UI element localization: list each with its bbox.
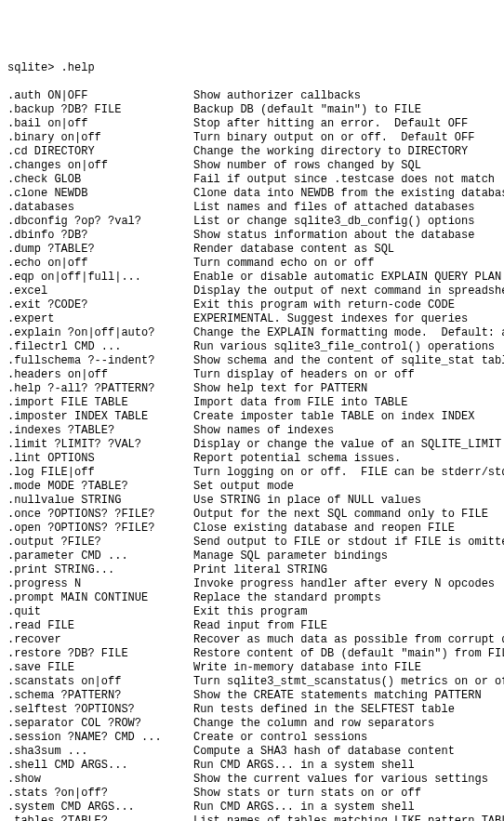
help-description: Fail if output since .testcase does not … — [193, 173, 497, 187]
help-description: Show authorizer callbacks — [193, 89, 497, 103]
help-description: Set output mode — [193, 480, 497, 494]
help-line: .auth ON|OFFShow authorizer callbacks — [7, 89, 497, 103]
help-line: .databasesList names and files of attach… — [7, 201, 497, 215]
help-command: .bail on|off — [7, 117, 193, 131]
help-line: .save FILEWrite in-memory database into … — [7, 661, 497, 675]
help-command: .check GLOB — [7, 173, 193, 187]
help-description: Run CMD ARGS... in a system shell — [193, 801, 497, 814]
help-description: Show number of rows changed by SQL — [193, 159, 497, 173]
help-description: Show help text for PATTERN — [193, 382, 497, 396]
help-description: Output for the next SQL command only to … — [193, 508, 497, 522]
help-command: .changes on|off — [7, 159, 193, 173]
help-description: Create imposter table TABLE on index IND… — [193, 410, 497, 424]
help-command: .mode MODE ?TABLE? — [7, 480, 193, 494]
help-line: .lint OPTIONSReport potential schema iss… — [7, 452, 497, 466]
help-command: .session ?NAME? CMD ... — [7, 731, 193, 745]
help-line: .binary on|offTurn binary output on or o… — [7, 131, 497, 145]
help-command: .fullschema ?--indent? — [7, 354, 193, 368]
help-description: Restore content of DB (default "main") f… — [193, 647, 504, 661]
help-line: .scanstats on|offTurn sqlite3_stmt_scans… — [7, 675, 497, 689]
help-line: .headers on|offTurn display of headers o… — [7, 368, 497, 382]
help-command: .shell CMD ARGS... — [7, 759, 193, 773]
help-description: Close existing database and reopen FILE — [193, 522, 497, 536]
help-description: Recover as much data as possible from co… — [193, 633, 504, 647]
help-line: .quitExit this program — [7, 605, 497, 619]
help-description: Turn sqlite3_stmt_scanstatus() metrics o… — [193, 675, 504, 689]
help-command: .save FILE — [7, 661, 193, 675]
help-description: Turn display of headers on or off — [193, 368, 497, 382]
help-description: List names of tables matching LIKE patte… — [193, 814, 504, 821]
help-description: Display or change the value of an SQLITE… — [193, 438, 501, 452]
help-command: .filectrl CMD ... — [7, 340, 193, 354]
help-line: .echo on|offTurn command echo on or off — [7, 257, 497, 271]
help-command: .expert — [7, 312, 193, 326]
help-command: .excel — [7, 285, 193, 298]
help-line: .session ?NAME? CMD ...Create or control… — [7, 731, 497, 745]
help-line: .indexes ?TABLE?Show names of indexes — [7, 424, 497, 438]
help-description: EXPERIMENTAL. Suggest indexes for querie… — [193, 312, 497, 326]
help-line: .clone NEWDBClone data into NEWDB from t… — [7, 187, 497, 201]
help-description: Print literal STRING — [193, 563, 497, 577]
help-description: Stop after hitting an error. Default OFF — [193, 117, 497, 131]
help-description: Change the EXPLAIN formatting mode. Defa… — [193, 326, 504, 340]
help-description: Display the output of next command in sp… — [193, 285, 504, 298]
help-command: .separator COL ?ROW? — [7, 717, 193, 731]
help-line: .eqp on|off|full|...Enable or disable au… — [7, 271, 497, 285]
help-command: .sha3sum ... — [7, 745, 193, 759]
help-command: .echo on|off — [7, 257, 193, 271]
help-description: Manage SQL parameter bindings — [193, 550, 497, 563]
help-description: Show names of indexes — [193, 424, 497, 438]
help-description: Turn command echo on or off — [193, 257, 497, 271]
help-command: .nullvalue STRING — [7, 494, 193, 508]
help-line: .dump ?TABLE?Render database content as … — [7, 243, 497, 257]
help-line: .recoverRecover as much data as possible… — [7, 633, 497, 647]
help-line: .log FILE|offTurn logging on or off. FIL… — [7, 466, 497, 480]
help-line: .open ?OPTIONS? ?FILE?Close existing dat… — [7, 522, 497, 536]
help-line: .explain ?on|off|auto?Change the EXPLAIN… — [7, 326, 497, 340]
help-line: .imposter INDEX TABLECreate imposter tab… — [7, 410, 497, 424]
help-command: .dbconfig ?op? ?val? — [7, 215, 193, 229]
help-command: .dump ?TABLE? — [7, 243, 193, 257]
help-description: Compute a SHA3 hash of database content — [193, 745, 497, 759]
help-description: Write in-memory database into FILE — [193, 661, 497, 675]
sqlite-prompt-line: sqlite> .help — [7, 61, 497, 75]
help-command: .indexes ?TABLE? — [7, 424, 193, 438]
help-line: .dbinfo ?DB?Show status information abou… — [7, 229, 497, 243]
help-description: Change the column and row separators — [193, 717, 497, 731]
help-description: Enable or disable automatic EXPLAIN QUER… — [193, 271, 501, 285]
help-description: Render database content as SQL — [193, 243, 497, 257]
help-description: Turn logging on or off. FILE can be stde… — [193, 466, 504, 480]
help-command: .binary on|off — [7, 131, 193, 145]
help-line: .schema ?PATTERN?Show the CREATE stateme… — [7, 689, 497, 703]
help-line: .fullschema ?--indent?Show schema and th… — [7, 354, 497, 368]
help-description: Show stats or turn stats on or off — [193, 787, 497, 801]
help-command: .databases — [7, 201, 193, 215]
help-description: Report potential schema issues. — [193, 452, 497, 466]
help-command: .import FILE TABLE — [7, 396, 193, 410]
help-description: Read input from FILE — [193, 619, 497, 633]
help-command: .print STRING... — [7, 563, 193, 577]
help-line: .selftest ?OPTIONS?Run tests defined in … — [7, 703, 497, 717]
help-command: .show — [7, 773, 193, 787]
help-command: .limit ?LIMIT? ?VAL? — [7, 438, 193, 452]
help-line: .prompt MAIN CONTINUEReplace the standar… — [7, 591, 497, 605]
help-line: .showShow the current values for various… — [7, 773, 497, 787]
help-line: .stats ?on|off?Show stats or turn stats … — [7, 787, 497, 801]
help-line: .backup ?DB? FILEBackup DB (default "mai… — [7, 103, 497, 117]
help-line: .limit ?LIMIT? ?VAL?Display or change th… — [7, 438, 497, 452]
help-command: .clone NEWDB — [7, 187, 193, 201]
help-description: Exit this program with return-code CODE — [193, 298, 497, 312]
help-command: .dbinfo ?DB? — [7, 229, 193, 243]
help-command: .scanstats on|off — [7, 675, 193, 689]
help-line: .bail on|offStop after hitting an error.… — [7, 117, 497, 131]
help-line: .print STRING...Print literal STRING — [7, 563, 497, 577]
help-description: Invoke progress handler after every N op… — [193, 577, 497, 591]
help-line: .nullvalue STRINGUse STRING in place of … — [7, 494, 497, 508]
help-description: Change the working directory to DIRECTOR… — [193, 145, 497, 159]
help-description: Show the current values for various sett… — [193, 773, 497, 787]
help-command: .log FILE|off — [7, 466, 193, 480]
help-output: .auth ON|OFFShow authorizer callbacks.ba… — [7, 89, 497, 821]
help-command: .eqp on|off|full|... — [7, 271, 193, 285]
help-line: .parameter CMD ...Manage SQL parameter b… — [7, 550, 497, 563]
help-command: .schema ?PATTERN? — [7, 689, 193, 703]
